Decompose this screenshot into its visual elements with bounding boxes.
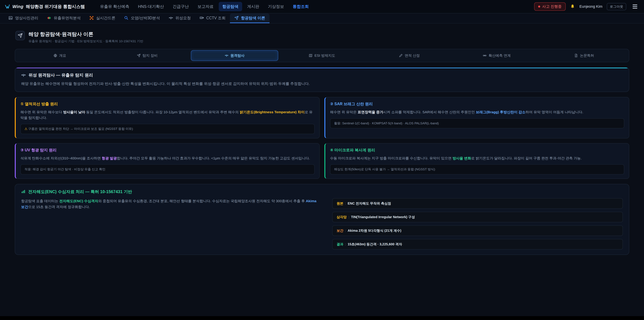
enc-grid: 항공탐색 표출 데이터는 전자해도(ENC) 수심격자와 중첩되어 유출유의 수… [21,198,623,249]
bar-chart-icon [21,189,26,194]
enc-description: 항공탐색 표출 데이터는 전자해도(ENC) 수심격자와 중첩되어 유출유의 수… [21,198,318,210]
card-thermal-infrared: ① 열적외선 방출 원리 해수면 위 유막은 해수보다 방사율이 낮아 동일 온… [15,97,320,138]
incident-dot-icon [538,6,540,8]
row-separator: : [345,229,346,233]
enc-rows: 원본 : ENC 전자해도 무작위 측심점 삼각망 : TIN(Triangul… [332,198,623,249]
card-sar-bragg: ② SAR 브래그 산란 원리 해수면 위 유막은 표면장력을 증가시켜 소파를… [324,97,629,138]
satellite-icon [225,54,228,57]
main-nav: 유출유 확산예측 HNS·대기확산 긴급구난 보고자료 항공탐색 게시판 기상정… [96,2,312,11]
row-separator: : [345,242,346,246]
subnav: 영상사진관리 유출유면적분석 실시간드론 오염/선박3D분석 위성요청 CCTV… [0,14,644,24]
topbar-right: 사고 진행중 Eunjeong Kim 로그아웃 [534,2,639,11]
card-body: 해수면 위 유막은 표면장력을 증가시켜 소파를 억제합니다. SAR에서 해수… [330,109,624,115]
card-body: 해수면 위 유막은 해수보다 방사율이 낮아 동일 온도에서도 적외선 방출량이… [20,109,314,121]
page-header: 해양 항공탐색·원격탐사 이론 유출유 원격탐지 · 항공감시 기법 · ESI… [16,31,628,44]
enc-row-result: 결과 : 15초(463m) 등간격 · 3,225,600 격자 [332,239,623,249]
row-separator: : [348,215,349,219]
drone-icon [90,16,94,20]
tab-esi-map[interactable]: ESI 방제지도 [278,50,366,61]
row-label: 결과 [336,242,343,246]
satellite-icon [21,73,26,78]
subnav-item-image-management[interactable]: 영상사진관리 [4,14,42,23]
row-label: 삼각망 [336,215,347,219]
main-content: 해양 항공탐색·원격탐사 이론 유출유 원격탐지 · 항공감시 기법 · ESI… [0,24,644,260]
image-icon [8,16,13,20]
card-title: ③ UV 형광 탐지 원리 [20,148,314,153]
enc-section-title: 전자해도(ENC) 수심자료 처리 — 특허 10-1567431 기반 [21,189,623,194]
logout-button[interactable]: 로그아웃 [607,3,626,10]
section-title-text: 위성 원격탐사 — 유출유 탐지 원리 [28,72,93,78]
card-microwave-radiometer: ④ 마이크로파 복사계 원리 수동 마이크로파 복사계는 지구 방출 마이크로파… [324,143,629,179]
card-note: 적용: 해경 감시 항공기 야간 탐색 · 비정상 유출 신고 확인 [20,164,314,175]
row-label: 원본 [336,201,343,206]
tab-overview[interactable]: 개요 [16,50,104,61]
page-icon-box [16,31,25,40]
nav-item-board[interactable]: 게시판 [244,2,263,11]
brand: Wing 해양환경 위기대응 통합시스템 [5,4,85,10]
satellite-icon [169,16,173,20]
bell-icon[interactable] [570,4,575,9]
tab-diffusion-link[interactable]: 확산예측 연계 [453,50,540,61]
page-subtitle: 유출유 원격탐지 · 항공감시 기법 · ESI 방제정보지도 · 등록특허 1… [28,39,143,44]
theory-plane-icon [234,16,239,20]
enc-depth-section: 전자해도(ENC) 수심자료 처리 — 특허 10-1567431 기반 항공탐… [15,184,629,255]
tab-label: 원격탐사 [230,53,244,58]
subnav-item-satellite-request[interactable]: 위성요청 [164,14,195,23]
app-title: 해양환경 위기대응 통합시스템 [26,4,85,10]
nav-item-hns-air-diffusion[interactable]: HNS·대기확산 [134,2,168,11]
subnav-label: 영상사진관리 [15,16,38,21]
nav-item-aerial-search[interactable]: 항공탐색 [219,2,242,11]
subnav-item-aerial-search-theory[interactable]: 항공탐색 이론 [230,14,270,23]
subnav-item-oil-area-analysis[interactable]: 유출유면적분석 [42,14,85,23]
card-title: ④ 마이크로파 복사계 원리 [330,148,624,153]
card-note: ⚠ 구름은 열적외선을 완전 차단 → 마이크로파 보조 필요 (NGSST 융… [20,124,314,134]
remote-sensing-principles-section: 위성 원격탐사 — 유출유 탐지 원리 해양 유출유는 해수면에 유막을 형성하… [15,67,629,92]
tab-label: 확산예측 연계 [488,53,511,58]
row-separator: : [345,201,346,205]
incident-status-badge[interactable]: 사고 진행중 [534,2,566,11]
pencil-icon [399,54,403,57]
enc-title-text: 전자해도(ENC) 수심자료 처리 — 특허 10-1567431 기반 [28,189,132,194]
subnav-label: 실시간드론 [96,16,116,21]
document-icon [574,54,578,57]
logo-text: Wing [12,4,24,9]
subnav-label: 위성요청 [176,16,191,21]
tab-papers-patents[interactable]: 논문특허 [540,50,628,61]
subnav-item-ship-3d-analysis[interactable]: 오염/선박3D분석 [120,14,164,23]
nav-item-emergency-rescue[interactable]: 긴급구난 [169,2,192,11]
nav-item-integrated-search[interactable]: 통합조회 [289,2,312,11]
page-header-text: 해양 항공탐색·원격탐사 이론 유출유 원격탐지 · 항공감시 기법 · ESI… [28,31,143,44]
enc-row-tin: 삼각망 : TIN(Triangulated Irregular Network… [332,212,623,222]
subnav-item-cctv-view[interactable]: CCTV 조회 [195,14,230,23]
nav-item-oil-spread-prediction[interactable]: 유출유 확산예측 [96,2,133,11]
logo-icon [5,4,10,9]
nav-item-weather-info[interactable]: 기상정보 [264,2,288,11]
paper-plane-icon [18,33,23,38]
row-label: 보간 [336,228,343,233]
row-value: ENC 전자해도 무작위 측심점 [348,201,391,206]
tab-label: 탐지 장비 [142,53,158,58]
tab-area-calculation[interactable]: 면적 산정 [366,50,453,61]
globe-icon [54,54,57,57]
subnav-item-realtime-drone[interactable]: 실시간드론 [85,14,120,23]
bottom-strip [0,316,644,320]
tab-label: 개요 [59,53,66,58]
card-title: ① 열적외선 방출 원리 [20,101,314,107]
hamburger-menu-icon[interactable] [630,3,639,10]
user-name: Eunjeong Kim [580,4,602,9]
card-title: ② SAR 브래그 산란 원리 [330,101,624,107]
tab-remote-sensing[interactable]: 원격탐사 [191,50,278,61]
map-icon [309,54,312,57]
nav-item-reports[interactable]: 보고자료 [194,2,217,11]
section-title: 위성 원격탐사 — 유출유 탐지 원리 [21,72,623,78]
topbar: Wing 해양환경 위기대응 통합시스템 유출유 확산예측 HNS·대기확산 긴… [0,0,644,14]
subnav-label: 오염/선박3D분석 [131,16,160,21]
page: Wing 해양환경 위기대응 통합시스템 유출유 확산예측 HNS·대기확산 긴… [0,0,644,320]
area-analysis-icon [47,16,51,20]
cctv-icon [200,16,204,20]
card-note: 활용: Sentinel-1(C-band) · KOMPSAT-5(X-ban… [330,118,624,129]
tab-label: 면적 산정 [405,53,420,58]
link-icon [483,54,486,57]
tab-label: 논문특허 [580,53,594,58]
tab-detection-equipment[interactable]: 탐지 장비 [104,50,191,61]
